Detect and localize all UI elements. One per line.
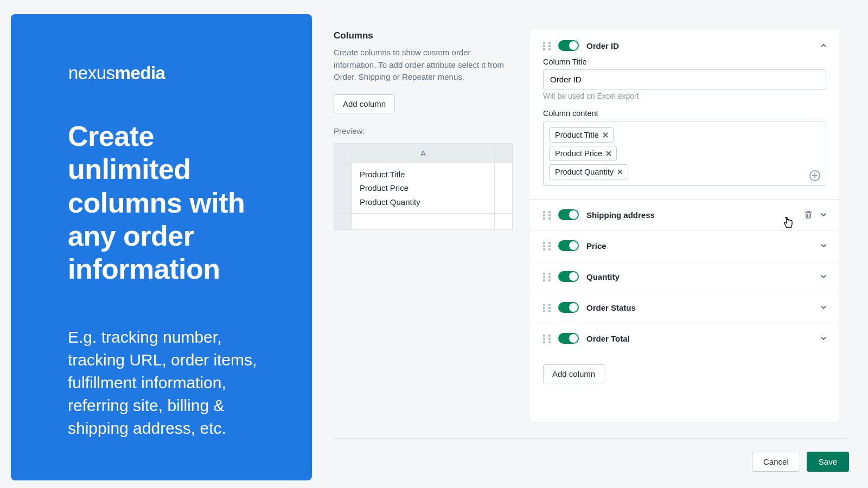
drag-handle-icon[interactable] <box>543 242 551 249</box>
logo-bold: media <box>115 63 165 83</box>
preview-table: A Product Title Product Price Product Qu… <box>334 143 513 230</box>
column-title: Shipping address <box>586 210 796 220</box>
cancel-button[interactable]: Cancel <box>752 452 800 472</box>
column-item-shipping: Shipping address <box>530 200 839 230</box>
column-toggle[interactable] <box>558 333 579 344</box>
column-item-quantity: Quantity <box>530 261 839 292</box>
content-tag: Product Price <box>549 146 617 161</box>
add-tag-icon[interactable] <box>809 170 820 181</box>
preview-item: Product Title <box>360 168 487 182</box>
preview-item: Product Price <box>360 181 487 195</box>
column-item-order-total: Order Total <box>530 323 839 354</box>
column-title: Order ID <box>586 41 813 50</box>
column-toggle[interactable] <box>558 271 579 282</box>
column-title: Order Status <box>586 303 813 312</box>
content-tag: Product Quantity <box>549 164 628 179</box>
subtext: E.g. tracking number, tracking URL, orde… <box>68 326 266 440</box>
remove-tag-icon[interactable] <box>602 132 609 138</box>
column-title: Quantity <box>586 272 813 281</box>
columns-section-desc: Create columns to show custom order info… <box>334 47 513 84</box>
column-toggle[interactable] <box>558 302 579 313</box>
delete-icon[interactable] <box>803 210 813 220</box>
remove-tag-icon[interactable] <box>605 150 612 157</box>
page-footer: Cancel Save <box>334 438 849 477</box>
columns-list: Order ID Column Title Will be used on Ex… <box>530 29 839 422</box>
promo-panel: nexusmedia Create unlimited columns with… <box>11 14 312 480</box>
collapse-icon[interactable] <box>821 43 826 48</box>
column-title-hint: Will be used on Excel export <box>543 92 826 100</box>
logo-thin: nexus <box>68 63 115 83</box>
content-tag: Product Title <box>549 127 614 143</box>
expand-icon[interactable] <box>821 243 826 248</box>
column-item-order-id: Order ID Column Title Will be used on Ex… <box>530 29 839 200</box>
save-button[interactable]: Save <box>807 452 849 472</box>
add-column-button-bottom[interactable]: Add column <box>543 364 604 383</box>
columns-section-title: Columns <box>334 30 513 41</box>
column-title: Price <box>586 241 813 251</box>
drag-handle-icon[interactable] <box>543 42 551 49</box>
expand-icon[interactable] <box>821 274 826 279</box>
expand-icon[interactable] <box>821 336 826 341</box>
column-toggle[interactable] <box>558 40 579 51</box>
preview-corner-cell <box>334 143 352 163</box>
remove-tag-icon[interactable] <box>617 169 623 175</box>
preview-item: Product Quantity <box>360 195 487 209</box>
preview-items: Product Title Product Price Product Quan… <box>360 168 487 209</box>
drag-handle-icon[interactable] <box>543 211 551 219</box>
preview-label: Preview: <box>334 126 513 136</box>
logo: nexusmedia <box>68 63 165 84</box>
column-title-label: Column Title <box>543 57 826 66</box>
expand-icon[interactable] <box>821 212 826 217</box>
headline: Create unlimited columns with any order … <box>68 120 282 286</box>
column-title-input[interactable] <box>543 69 826 89</box>
column-item-order-status: Order Status <box>530 292 839 323</box>
column-content-label: Column content <box>543 109 826 118</box>
drag-handle-icon[interactable] <box>543 273 551 280</box>
preview-header-a: A <box>352 143 495 163</box>
expand-icon[interactable] <box>821 305 826 310</box>
preview-header-empty <box>495 143 513 163</box>
column-toggle[interactable] <box>558 209 579 220</box>
column-item-price: Price <box>530 230 839 261</box>
drag-handle-icon[interactable] <box>543 304 551 311</box>
drag-handle-icon[interactable] <box>543 335 551 342</box>
column-toggle[interactable] <box>558 240 579 251</box>
column-content-area[interactable]: Product Title Product Price Product Quan… <box>543 121 826 186</box>
column-title: Order Total <box>586 334 813 343</box>
add-column-button[interactable]: Add column <box>334 94 395 113</box>
